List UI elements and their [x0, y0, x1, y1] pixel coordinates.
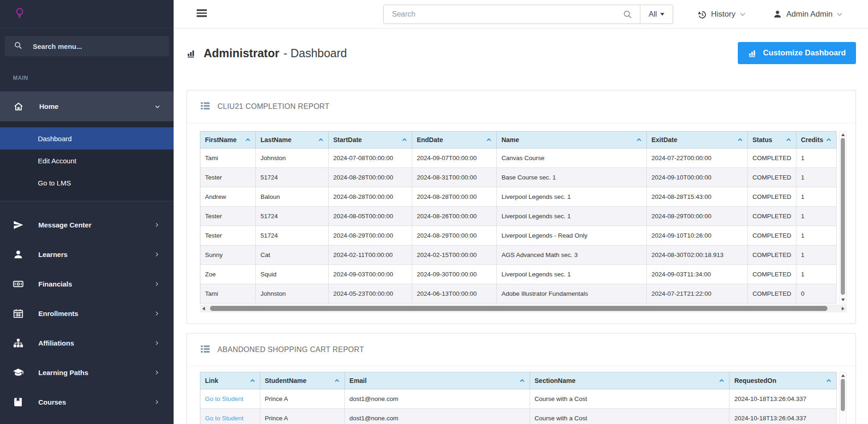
sidebar-item-learners[interactable]: Learners: [0, 239, 174, 269]
sort-caret-icon: [245, 138, 251, 142]
table-row: ZoeSquid2024-09-03T00:00:002024-09-30T00…: [200, 265, 837, 284]
table-cell: 1: [796, 207, 836, 226]
sidebar-item-enrollments[interactable]: Enrollments: [0, 299, 174, 328]
chevron-right-icon: [154, 222, 160, 228]
table-cell: Tester: [200, 207, 256, 226]
column-header-status[interactable]: Status: [747, 131, 796, 149]
sidebar-search-input[interactable]: [33, 42, 144, 50]
column-header-sectionname[interactable]: SectionName: [530, 372, 729, 389]
table-row: Go to StudentPrince Adost1@none.comCours…: [200, 409, 837, 424]
table-cell: 2024-08-31T00:00:00: [412, 168, 497, 187]
chevron-down-icon: [154, 103, 161, 110]
page-title-bold: Administrator: [204, 47, 279, 60]
sort-caret-icon: [636, 138, 642, 142]
history-dropdown[interactable]: History: [697, 0, 746, 29]
page-heading-row: Administrator - Dashboard Customize Dash…: [187, 42, 856, 64]
table-cell: 2024-08-28T00:00:00: [328, 168, 412, 187]
scroll-up-arrow[interactable]: [841, 374, 845, 377]
column-header-credits[interactable]: Credits: [796, 131, 836, 149]
table-cell: 0: [796, 284, 836, 304]
customize-dashboard-button[interactable]: Customize Dashboard: [738, 42, 856, 64]
sort-caret-icon: [250, 379, 255, 382]
table-cell: 2024-08-29T00:00:00: [646, 207, 747, 226]
scroll-up-arrow[interactable]: [841, 133, 845, 136]
column-header-lastname[interactable]: LastName: [256, 131, 328, 149]
scroll-right-arrow[interactable]: [842, 307, 844, 311]
go-to-student-link[interactable]: Go to Student: [205, 415, 243, 422]
column-header-startdate[interactable]: StartDate: [328, 131, 412, 149]
table-cell: COMPLETED: [747, 187, 796, 207]
sort-caret-icon: [318, 138, 324, 142]
scrollbar-thumb[interactable]: [841, 379, 845, 411]
search-filter-dropdown[interactable]: All: [640, 5, 673, 24]
table-cell: COMPLETED: [747, 284, 796, 304]
sidebar-item-label: Message Center: [38, 221, 91, 229]
sidebar-subitem-edit-account[interactable]: Edit Account: [0, 149, 174, 172]
table-cell: Johnston: [256, 284, 328, 304]
table-cell: dost1@none.com: [344, 389, 530, 409]
sidebar-item-home[interactable]: Home: [0, 91, 174, 121]
caret-down-icon: [660, 13, 664, 16]
calendar-icon: [12, 308, 24, 319]
scroll-left-arrow[interactable]: [202, 307, 205, 311]
sidebar-item-label: Learning Paths: [38, 369, 88, 376]
table-cell: 2024-08-29T00:00:00: [328, 226, 412, 245]
panel-header: ABANDONED SHOPPING CART REPORT: [187, 334, 856, 366]
table-cell: Course with a Cost: [530, 389, 729, 409]
table-cell: 2024-09-07T00:00:00: [412, 149, 497, 168]
chevron-right-icon: [154, 399, 160, 405]
table-cell: Cat: [256, 245, 328, 265]
table-cell: 2024-07-08T00:00:00: [328, 149, 412, 168]
sidebar-item-affiliations[interactable]: Affiliations: [0, 328, 174, 358]
table-cell: Tester: [200, 168, 256, 187]
bar-chart-icon: [187, 48, 196, 58]
table-cell: 2024-07-21T21:22:00: [646, 284, 747, 304]
search-icon[interactable]: [623, 10, 633, 19]
sort-caret-icon: [737, 138, 743, 142]
table-row: TamiJohnston2024-05-23T00:00:002024-06-1…: [200, 284, 837, 304]
sidebar-item-learning-paths[interactable]: Learning Paths: [0, 358, 174, 387]
panel-body: LinkStudentNameEmailSectionNameRequested…: [187, 366, 856, 424]
column-header-link[interactable]: Link: [200, 372, 260, 389]
column-header-enddate[interactable]: EndDate: [412, 131, 497, 149]
go-to-student-link[interactable]: Go to Student: [205, 395, 243, 402]
sidebar-item-courses[interactable]: Courses: [0, 387, 174, 417]
vertical-scrollbar[interactable]: [839, 372, 847, 424]
list-icon: [200, 344, 211, 356]
scrollbar-thumb[interactable]: [841, 138, 845, 295]
sort-caret-icon: [826, 138, 832, 142]
table-cell: 2024-09-30T00:00:00: [412, 265, 497, 284]
column-header-studentname[interactable]: StudentName: [260, 372, 344, 389]
global-search-input[interactable]: [384, 10, 623, 18]
table-cell: Johnston: [256, 149, 328, 168]
vertical-scrollbar[interactable]: [839, 131, 847, 304]
main-column: All History Admin Admin: [174, 0, 868, 424]
sidebar-subitem-go-to-lms[interactable]: Go to LMS: [0, 172, 174, 194]
global-search-box: All: [383, 5, 673, 24]
topbar: All History Admin Admin: [174, 0, 868, 29]
sort-caret-icon: [519, 379, 525, 382]
user-menu-dropdown[interactable]: Admin Admin: [773, 0, 843, 29]
hamburger-menu-icon[interactable]: [197, 9, 207, 18]
column-header-name[interactable]: Name: [497, 131, 647, 149]
sidebar-item-message-center[interactable]: Message Center: [0, 210, 174, 239]
chevron-right-icon: [154, 311, 160, 317]
table-cell: Tami: [200, 284, 256, 304]
column-header-email[interactable]: Email: [344, 372, 530, 389]
column-header-requestedon[interactable]: RequestedOn: [729, 372, 837, 389]
lightbulb-logo-icon[interactable]: [14, 6, 25, 22]
table-cell: Baloun: [256, 187, 328, 207]
list-icon: [200, 101, 211, 113]
scrollbar-thumb[interactable]: [210, 306, 827, 311]
horizontal-scrollbar[interactable]: [200, 305, 847, 312]
column-header-firstname[interactable]: FirstName: [200, 131, 256, 149]
table-row: Go to StudentPrince Adost1@none.comCours…: [200, 389, 837, 409]
table-cell: AGS Advanced Math sec. 3: [497, 245, 647, 265]
sort-caret-icon: [826, 379, 832, 382]
scroll-down-arrow[interactable]: [841, 299, 845, 301]
column-header-exitdate[interactable]: ExitDate: [646, 131, 747, 149]
table-cell: Andrew: [200, 187, 256, 207]
sidebar-subitem-dashboard[interactable]: Dashboard: [0, 127, 174, 149]
sidebar-item-financials[interactable]: Financials: [0, 269, 174, 299]
chevron-down-icon: [837, 12, 843, 17]
